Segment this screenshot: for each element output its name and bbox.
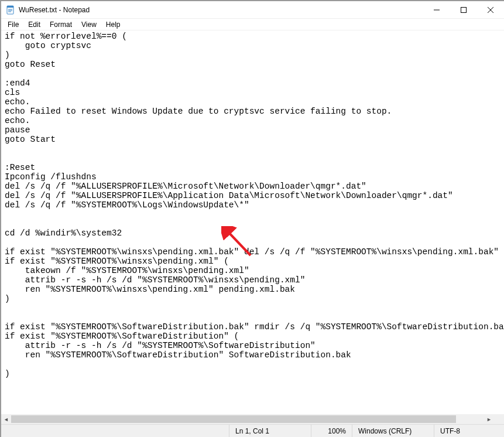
status-cursor-position: Ln 1, Col 1 [229,425,311,437]
menu-format[interactable]: Format [46,19,76,30]
menu-edit[interactable]: Edit [24,19,44,30]
maximize-button[interactable] [450,1,477,19]
horizontal-scrollbar[interactable]: ◄ ► [1,414,494,424]
status-zoom: 100% [311,425,352,437]
menubar: File Edit Format View Help [1,19,504,30]
editor-area: if not %errorlevel%==0 ( goto cryptsvc )… [1,30,504,424]
scroll-right-arrow-icon[interactable]: ► [484,414,494,424]
text-editor[interactable]: if not %errorlevel%==0 ( goto cryptsvc )… [1,30,504,424]
svg-rect-1 [7,6,13,8]
scrollbar-corner [494,414,504,424]
menu-file[interactable]: File [4,19,23,30]
menu-help[interactable]: Help [102,19,125,30]
notepad-icon [6,5,15,15]
scrollbar-thumb[interactable] [11,415,456,423]
status-spacer [1,425,229,437]
status-line-ending: Windows (CRLF) [352,425,434,437]
window-title: WuReset.txt - Notepad [19,6,90,14]
minimize-button[interactable] [423,1,450,19]
menu-view[interactable]: View [77,19,101,30]
close-button[interactable] [477,1,504,19]
svg-rect-6 [461,7,467,12]
scrollbar-track[interactable] [11,414,484,424]
status-encoding: UTF-8 [434,425,504,437]
scroll-left-arrow-icon[interactable]: ◄ [1,414,11,424]
titlebar[interactable]: WuReset.txt - Notepad [1,1,504,19]
statusbar: Ln 1, Col 1 100% Windows (CRLF) UTF-8 [1,424,504,437]
